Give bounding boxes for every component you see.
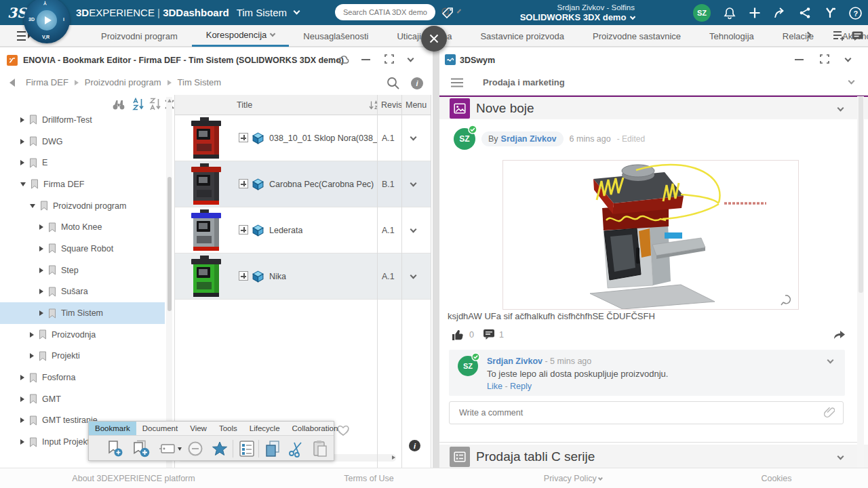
add-bookmark-icon[interactable]: [104, 439, 125, 459]
community-menu-icon[interactable]: [450, 78, 464, 87]
panel-search-icon[interactable]: [386, 76, 400, 90]
expand-plus-icon[interactable]: [239, 133, 248, 142]
comment-menu-chevron-icon[interactable]: [827, 357, 834, 364]
toolbar-tab-view[interactable]: View: [184, 422, 213, 435]
column-title[interactable]: Title: [237, 100, 252, 110]
tree-item-e[interactable]: E: [0, 152, 165, 174]
tab-relacije[interactable]: Relacije: [768, 25, 828, 47]
tree-item-projekti[interactable]: Projekti: [0, 346, 165, 367]
user-info[interactable]: Srdjan Zivkov - Solfins SOLIDWORKS 3DX d…: [475, 3, 635, 24]
user-avatar[interactable]: SZ: [693, 4, 711, 22]
paste-clipboard-icon[interactable]: [310, 439, 330, 459]
row-menu-chevron-icon[interactable]: [410, 226, 417, 233]
swym-scrollbar[interactable]: [857, 96, 864, 468]
toolbar-tab-tools[interactable]: Tools: [213, 422, 243, 435]
maximize-icon[interactable]: [820, 54, 829, 64]
expand-plus-icon[interactable]: [239, 179, 248, 188]
row-title[interactable]: 038_10_01 Sklop Nora(038_10_0...: [269, 134, 378, 143]
notifications-bell-icon[interactable]: [722, 5, 738, 21]
post-image[interactable]: [502, 160, 799, 310]
tree-item-susara[interactable]: Sušara: [0, 281, 165, 303]
properties-list-icon[interactable]: [237, 439, 257, 459]
section-collapse-chevron-icon[interactable]: [837, 453, 844, 460]
remove-icon[interactable]: [185, 439, 205, 459]
toolbar-tab-bookmark[interactable]: Bookmark: [89, 422, 136, 435]
column-revision[interactable]: Revisi: [381, 100, 401, 110]
add-existing-bookmark-icon[interactable]: [131, 439, 151, 459]
row-title[interactable]: Carobna Pec(Carobna Pec): [269, 180, 374, 189]
comment-bubble-icon[interactable]: [483, 329, 495, 340]
like-thumb-icon[interactable]: [452, 329, 465, 341]
swym-scrollbar-thumb[interactable]: [859, 96, 863, 293]
tag-icon[interactable]: [441, 6, 454, 20]
row-menu-chevron-icon[interactable]: [410, 272, 417, 279]
breadcrumb-back-icon[interactable]: [9, 79, 15, 87]
copy-icon[interactable]: [262, 439, 283, 459]
toolbar-tab-document[interactable]: Document: [136, 422, 184, 435]
widget-menu-chevron-icon[interactable]: [845, 56, 852, 62]
tree-item-moto-knee[interactable]: Moto Knee: [0, 216, 165, 238]
tree-scrollbar[interactable]: [166, 97, 172, 468]
toolbar-tab-collaboration[interactable]: Collaboration: [286, 422, 344, 435]
table-row[interactable]: Nika A.1: [175, 253, 431, 300]
tree-item-dwg[interactable]: DWG: [0, 131, 165, 152]
breadcrumb-firma-def[interactable]: Firma DEF: [26, 77, 68, 87]
tree-item-drillform-test[interactable]: Drillform-Test: [0, 109, 165, 131]
tree-item-step[interactable]: Step: [0, 260, 165, 281]
tree-item-firma-def[interactable]: Firma DEF: [0, 174, 165, 195]
scroll-up-icon[interactable]: [167, 99, 172, 102]
cut-scissors-icon[interactable]: [286, 439, 307, 459]
next-section-header[interactable]: Prodaja tabli C serije: [439, 445, 868, 468]
add-content-icon[interactable]: [747, 5, 763, 21]
attach-paperclip-icon[interactable]: [824, 407, 835, 419]
toolbar-tab-lifecycle[interactable]: Lifecycle: [243, 422, 286, 435]
info-icon[interactable]: i: [411, 77, 423, 89]
table-row[interactable]: Lederata A.1: [175, 207, 431, 253]
tab-tehnologija[interactable]: Tehnologija: [695, 25, 768, 47]
minimize-icon[interactable]: [795, 59, 804, 60]
tab-sastavnice-proizvoda[interactable]: Sastavnice proizvoda: [466, 25, 578, 47]
tree-item-proizvodnja[interactable]: Proizvodnja: [0, 324, 165, 346]
scroll-right-icon[interactable]: [392, 455, 395, 460]
share-network-icon[interactable]: [797, 5, 813, 21]
author-pill[interactable]: BySrdjan Zivkov: [481, 131, 564, 146]
community-name[interactable]: Prodaja i marketing: [483, 77, 565, 87]
breadcrumb-tim-sistem[interactable]: Tim Sistem: [178, 77, 222, 87]
share-post-icon[interactable]: [833, 328, 846, 340]
cloud-icon[interactable]: [337, 54, 350, 64]
tab-neusaglasenosti[interactable]: Neusaglašenosti: [289, 25, 382, 47]
manage-tabs-icon[interactable]: [833, 30, 845, 41]
tree-scrollbar-thumb[interactable]: [167, 177, 172, 311]
tab-proizvodne-sastavnice[interactable]: Proizvodne sastavnice: [578, 25, 695, 47]
row-title[interactable]: Nika: [269, 272, 286, 281]
comment-like-link[interactable]: Like: [487, 382, 502, 391]
close-tab-button[interactable]: [421, 26, 447, 52]
global-search[interactable]: [335, 4, 435, 20]
dashboard-name[interactable]: Tim Sistem: [237, 7, 287, 18]
minimize-icon[interactable]: [361, 59, 370, 60]
tab-korespodencija[interactable]: Korespodencija: [192, 25, 290, 47]
compass-play-icon[interactable]: [37, 10, 57, 30]
community-chevron-icon[interactable]: [848, 78, 855, 85]
tree-item-square-robot[interactable]: Square Robot: [0, 238, 165, 260]
post-section-header[interactable]: Nove boje: [439, 96, 868, 119]
subscribe-tag-icon[interactable]: [157, 439, 183, 459]
dashboard-chevron-down-icon[interactable]: [294, 8, 300, 15]
breadcrumb-proizvodni-program[interactable]: Proizvodni program: [85, 77, 161, 87]
comment-reply-link[interactable]: Reply: [510, 382, 532, 391]
messages-icon[interactable]: [852, 31, 863, 41]
table-row[interactable]: 038_10_01 Sklop Nora(038_10_0... A.1: [175, 115, 431, 161]
dropdown-caret-icon[interactable]: [178, 447, 182, 451]
search-input[interactable]: [335, 8, 441, 16]
share-forward-icon[interactable]: [772, 5, 788, 21]
row-title[interactable]: Lederata: [269, 226, 302, 235]
info-icon-dark[interactable]: i: [409, 440, 420, 451]
footer-privacy-link[interactable]: Privacy Policy: [544, 474, 602, 483]
maximize-icon[interactable]: [384, 54, 394, 64]
expand-plus-icon[interactable]: [239, 225, 248, 235]
comment-input[interactable]: [450, 408, 824, 418]
tree-item-proizvodni-program[interactable]: Proizvodni program: [0, 195, 165, 217]
widget-menu-chevron-icon[interactable]: [408, 56, 414, 62]
footer-terms-link[interactable]: Terms of Use: [344, 474, 394, 483]
row-menu-chevron-icon[interactable]: [410, 134, 417, 141]
